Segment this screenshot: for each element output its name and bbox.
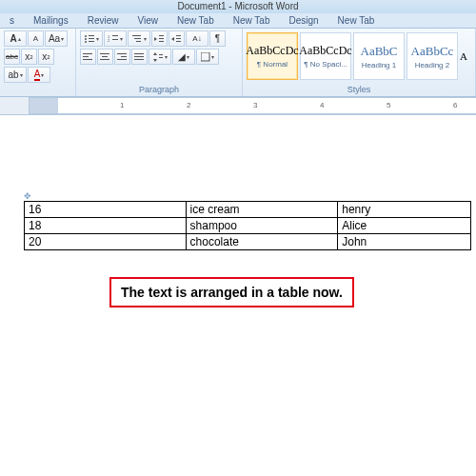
svg-rect-1 (89, 35, 94, 36)
svg-point-2 (85, 38, 87, 40)
document-page[interactable]: ✥ 16 ice cream henry 18 shampoo Alice 20… (0, 115, 476, 307)
styles-label: Styles (247, 85, 471, 96)
svg-rect-24 (100, 59, 109, 60)
pilcrow-icon: ¶ (215, 33, 220, 44)
highlight-icon: ab (8, 69, 18, 80)
align-right-button[interactable] (114, 49, 130, 65)
align-right-icon (117, 52, 128, 62)
strike-button[interactable]: abc (4, 49, 20, 65)
svg-rect-30 (134, 59, 144, 60)
table-cell[interactable]: 20 (25, 234, 187, 250)
table-cell[interactable]: shampoo (186, 218, 338, 234)
styles-group: AaBbCcDc ¶ Normal AaBbCcDc ¶ No Spaci...… (243, 29, 476, 96)
highlight-button[interactable]: ab▾ (4, 67, 27, 83)
borders-button[interactable]: ▾ (196, 49, 219, 65)
table-cell[interactable]: 18 (25, 218, 187, 234)
svg-rect-18 (176, 41, 181, 42)
svg-rect-10 (132, 35, 141, 36)
table-cell[interactable]: henry (338, 202, 471, 218)
style-no-spacing[interactable]: AaBbCcDc ¶ No Spaci... (300, 32, 351, 80)
table-cell[interactable]: chocolate (186, 234, 338, 250)
svg-rect-26 (121, 56, 127, 57)
superscript-button[interactable]: x2 (38, 49, 54, 65)
sort-button[interactable]: A↓ (186, 30, 208, 47)
sort-icon: A↓ (192, 34, 201, 43)
svg-rect-23 (102, 56, 108, 57)
ruler-tick: 2 (187, 101, 190, 109)
style-heading1[interactable]: AaBbC Heading 1 (353, 32, 405, 80)
justify-button[interactable] (131, 49, 148, 65)
show-marks-button[interactable]: ¶ (209, 30, 226, 47)
ruler-margin (30, 98, 58, 113)
svg-rect-22 (100, 53, 109, 54)
style-normal[interactable]: AaBbCcDc ¶ Normal (247, 32, 298, 80)
font-group: A▴ A Aa▾ abc x2 x2 ab▾ A▾ (0, 29, 76, 96)
align-center-icon (100, 52, 110, 62)
multilevel-button[interactable]: ▾ (128, 30, 150, 47)
bullets-icon (84, 34, 95, 44)
horizontal-ruler[interactable]: 1 2 3 4 5 6 (29, 97, 476, 114)
border-icon (201, 52, 210, 62)
tab-review[interactable]: Review (78, 13, 129, 28)
align-center-button[interactable] (97, 49, 113, 65)
style-heading2[interactable]: AaBbCc Heading 2 (407, 32, 458, 80)
numbering-icon: 12 (108, 34, 119, 44)
change-case-button[interactable]: Aa▾ (45, 30, 68, 47)
justify-icon (134, 52, 145, 62)
grow-font-button[interactable]: A▴ (4, 30, 27, 47)
shading-button[interactable]: ◢▾ (172, 49, 195, 65)
tab-new-1[interactable]: New Tab (168, 13, 224, 28)
font-color-button[interactable]: A▾ (28, 67, 50, 83)
numbering-button[interactable]: 12▾ (104, 30, 127, 47)
tab-new-2[interactable]: New Tab (224, 13, 280, 28)
svg-rect-28 (134, 53, 144, 54)
svg-rect-33 (201, 52, 209, 61)
svg-rect-20 (83, 56, 89, 57)
table-cell[interactable]: John (338, 234, 471, 250)
tab-mailings[interactable]: Mailings (24, 13, 78, 28)
paragraph-group: ▾ 12▾ ▾ A↓ ¶ ▾ ◢▾ ▾ Paragraph (76, 29, 243, 96)
style-more: A (460, 32, 469, 80)
svg-rect-5 (89, 41, 94, 42)
tab-new-3[interactable]: New Tab (328, 13, 385, 28)
svg-rect-16 (176, 35, 181, 36)
annotation-callout: The text is arranged in a table now. (109, 277, 354, 307)
svg-rect-19 (83, 53, 92, 54)
align-left-button[interactable] (80, 49, 96, 65)
table-row[interactable]: 18 shampoo Alice (25, 218, 471, 234)
ruler-tick: 1 (120, 101, 124, 109)
spacing-icon (153, 52, 164, 62)
tab-view[interactable]: View (128, 13, 168, 28)
decrease-indent-button[interactable] (151, 30, 168, 47)
increase-indent-button[interactable] (169, 30, 185, 47)
table-row[interactable]: 20 chocolate John (25, 234, 471, 250)
bullets-button[interactable]: ▾ (80, 30, 103, 47)
svg-point-0 (85, 35, 87, 37)
window-title: Document1 - Microsoft Word (0, 0, 476, 13)
ruler-tick: 5 (387, 101, 390, 109)
subscript-button[interactable]: x2 (21, 49, 37, 65)
multilevel-icon (131, 34, 143, 44)
paragraph-label: Paragraph (80, 85, 238, 96)
table-cell[interactable]: 16 (25, 202, 187, 218)
tab-partial[interactable]: s (0, 13, 24, 28)
ribbon-tabs: s Mailings Review View New Tab New Tab D… (0, 13, 476, 29)
tab-design[interactable]: Design (279, 13, 327, 28)
svg-rect-13 (159, 35, 164, 36)
svg-text:2: 2 (108, 38, 110, 43)
line-spacing-button[interactable]: ▾ (149, 49, 171, 65)
ruler-tick: 6 (453, 101, 457, 109)
table-row[interactable]: 16 ice cream henry (25, 202, 471, 218)
bucket-icon: ◢ (178, 51, 186, 62)
svg-rect-31 (159, 54, 163, 55)
svg-rect-14 (159, 38, 164, 39)
document-table[interactable]: 16 ice cream henry 18 shampoo Alice 20 c… (24, 201, 471, 250)
shrink-font-button[interactable]: A (28, 30, 44, 47)
svg-rect-15 (159, 41, 164, 42)
svg-rect-9 (112, 39, 118, 40)
table-move-handle[interactable]: ✥ (24, 191, 476, 201)
table-cell[interactable]: Alice (338, 218, 471, 234)
svg-rect-12 (136, 41, 141, 42)
svg-point-4 (85, 41, 87, 43)
table-cell[interactable]: ice cream (186, 202, 338, 218)
